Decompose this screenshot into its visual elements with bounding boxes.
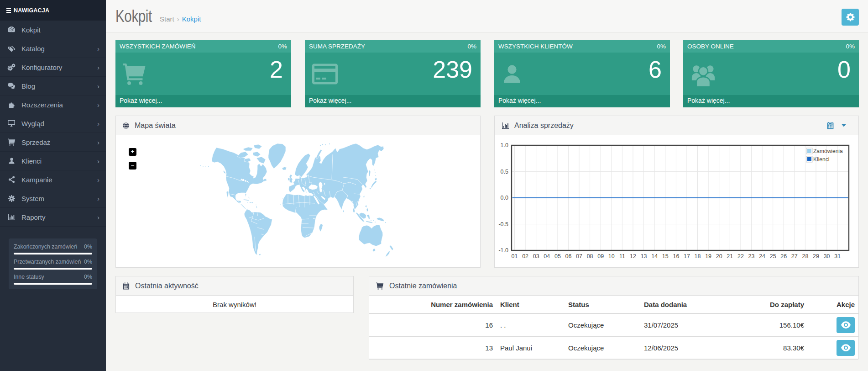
svg-text:12: 12 bbox=[630, 253, 636, 260]
svg-text:25: 25 bbox=[770, 253, 776, 260]
svg-text:14: 14 bbox=[651, 253, 658, 260]
svg-text:26: 26 bbox=[780, 253, 787, 260]
svg-text:18: 18 bbox=[695, 253, 701, 260]
svg-text:08: 08 bbox=[587, 253, 593, 260]
svg-text:21: 21 bbox=[727, 253, 733, 260]
svg-text:05: 05 bbox=[554, 253, 561, 260]
svg-text:13: 13 bbox=[641, 253, 647, 260]
svg-text:10: 10 bbox=[608, 253, 615, 260]
svg-text:04: 04 bbox=[544, 253, 550, 260]
svg-text:22: 22 bbox=[737, 253, 744, 260]
svg-text:27: 27 bbox=[791, 253, 798, 260]
svg-text:02: 02 bbox=[522, 253, 528, 260]
svg-text:17: 17 bbox=[684, 253, 690, 260]
svg-text:31: 31 bbox=[834, 253, 841, 260]
svg-text:07: 07 bbox=[576, 253, 582, 260]
svg-text:1.0: 1.0 bbox=[501, 142, 508, 148]
svg-text:0.0: 0.0 bbox=[501, 195, 508, 201]
svg-text:Zamówienia: Zamówienia bbox=[813, 148, 843, 154]
svg-text:19: 19 bbox=[705, 253, 711, 260]
svg-text:20: 20 bbox=[716, 253, 722, 260]
svg-text:-0.5: -0.5 bbox=[498, 221, 508, 228]
svg-text:30: 30 bbox=[824, 253, 830, 260]
svg-text:28: 28 bbox=[802, 253, 808, 260]
svg-text:03: 03 bbox=[533, 253, 539, 260]
svg-text:Klienci: Klienci bbox=[813, 156, 829, 163]
svg-text:01: 01 bbox=[512, 253, 518, 260]
svg-text:16: 16 bbox=[673, 253, 679, 260]
svg-text:0.5: 0.5 bbox=[501, 169, 508, 175]
svg-text:15: 15 bbox=[662, 253, 669, 260]
svg-text:24: 24 bbox=[759, 253, 765, 260]
svg-text:09: 09 bbox=[597, 253, 604, 260]
svg-text:06: 06 bbox=[565, 253, 571, 260]
svg-text:29: 29 bbox=[813, 253, 819, 260]
svg-text:23: 23 bbox=[748, 253, 755, 260]
svg-text:11: 11 bbox=[619, 253, 625, 260]
svg-text:-1.0: -1.0 bbox=[498, 247, 508, 254]
